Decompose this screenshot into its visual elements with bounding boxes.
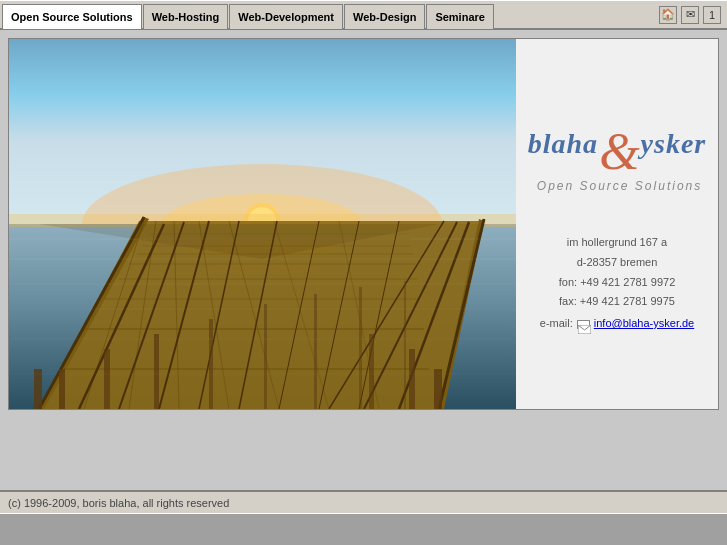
address-line1: im hollergrund 167 a [540, 233, 694, 253]
logo-ampersand: & [599, 122, 639, 181]
nav-tab-web-design[interactable]: Web-Design [344, 4, 425, 29]
svg-rect-47 [264, 304, 267, 409]
nav-icons: 🏠 ✉ 1 [659, 3, 725, 28]
logo-area: blaha & ysker Open Source Solutions [528, 114, 706, 193]
svg-rect-43 [59, 369, 65, 409]
nav-tab-seminare[interactable]: Seminare [426, 4, 494, 29]
logo-blaha: blaha [528, 128, 598, 160]
svg-rect-49 [359, 287, 362, 409]
svg-rect-44 [104, 349, 110, 409]
email-icon [577, 320, 590, 329]
pier-image [9, 39, 516, 409]
svg-rect-45 [154, 334, 159, 409]
contact-info: im hollergrund 167 a d-28357 bremen fon:… [540, 233, 694, 334]
navigation-bar: Open Source SolutionsWeb-HostingWeb-Deve… [0, 0, 727, 30]
home-icon[interactable]: 🏠 [659, 6, 677, 24]
svg-rect-51 [434, 369, 442, 409]
copyright-text: (c) 1996-2009, boris blaha, all rights r… [8, 497, 229, 509]
svg-rect-53 [369, 334, 374, 409]
email-label: e-mail: [540, 314, 573, 334]
nav-tab-open-source[interactable]: Open Source Solutions [2, 4, 142, 29]
svg-rect-46 [209, 319, 213, 409]
fax-line: fax: +49 421 2781 9975 [540, 292, 694, 312]
mail-icon[interactable]: ✉ [681, 6, 699, 24]
footer: (c) 1996-2009, boris blaha, all rights r… [0, 490, 727, 514]
nav-tabs: Open Source SolutionsWeb-HostingWeb-Deve… [2, 3, 495, 28]
phone-line: fon: +49 421 2781 9972 [540, 273, 694, 293]
svg-rect-42 [34, 369, 42, 409]
content-inner: blaha & ysker Open Source Solutions im h… [8, 38, 719, 410]
email-line: e-mail: info@blaha-ysker.de [540, 314, 694, 334]
counter-badge: 1 [703, 6, 721, 24]
svg-rect-48 [314, 294, 317, 409]
logo-subtitle: Open Source Solutions [528, 179, 706, 193]
nav-tab-web-development[interactable]: Web-Development [229, 4, 343, 29]
main-content: blaha & ysker Open Source Solutions im h… [0, 30, 727, 490]
nav-tab-web-hosting[interactable]: Web-Hosting [143, 4, 229, 29]
email-link[interactable]: info@blaha-ysker.de [594, 314, 694, 334]
address-line2: d-28357 bremen [540, 253, 694, 273]
logo-ysker: ysker [641, 128, 707, 160]
svg-rect-52 [409, 349, 415, 409]
svg-rect-50 [404, 281, 406, 409]
hero-image-panel [9, 39, 516, 409]
info-panel: blaha & ysker Open Source Solutions im h… [516, 39, 718, 409]
